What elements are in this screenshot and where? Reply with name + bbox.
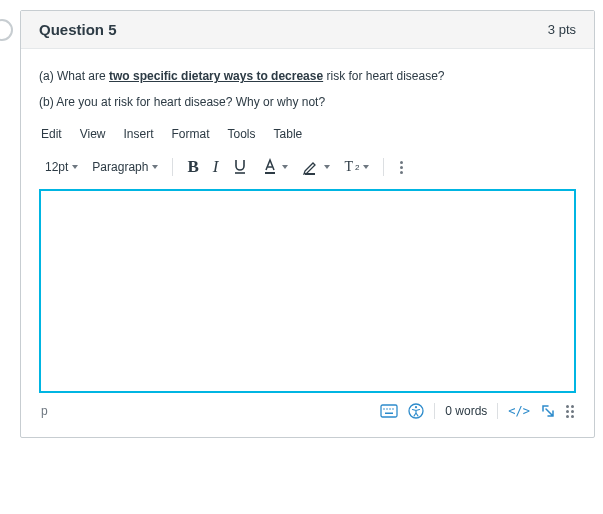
- footer-separator: [497, 403, 498, 419]
- keyboard-shortcuts-button[interactable]: [380, 404, 398, 418]
- accessibility-checker-button[interactable]: [408, 403, 424, 419]
- underline-button[interactable]: [228, 156, 252, 178]
- paragraph-select[interactable]: Paragraph: [88, 158, 162, 176]
- text-color-button[interactable]: [258, 156, 292, 178]
- svg-point-7: [389, 408, 391, 410]
- superscript-exp: 2: [355, 163, 359, 172]
- svg-point-8: [392, 408, 394, 410]
- editor-content-area[interactable]: [39, 189, 576, 393]
- chevron-down-icon: [72, 165, 78, 169]
- word-count[interactable]: 0 words: [445, 404, 487, 418]
- footer-separator: [434, 403, 435, 419]
- highlight-icon: [302, 158, 320, 176]
- prompt-a-suffix: risk for heart disease?: [323, 69, 444, 83]
- menu-view[interactable]: View: [80, 127, 106, 141]
- html-view-button[interactable]: </>: [508, 404, 530, 418]
- toolbar-separator: [383, 158, 384, 176]
- question-card: Question 5 3 pts (a) What are two specif…: [20, 10, 595, 438]
- svg-rect-4: [381, 405, 397, 417]
- bold-button[interactable]: B: [183, 155, 202, 179]
- question-body: (a) What are two specific dietary ways t…: [21, 49, 594, 437]
- fullscreen-button[interactable]: [540, 403, 556, 419]
- menu-format[interactable]: Format: [172, 127, 210, 141]
- prompt-a: (a) What are two specific dietary ways t…: [39, 69, 576, 83]
- highlight-color-button[interactable]: [298, 156, 334, 178]
- superscript-button[interactable]: T2: [340, 157, 373, 177]
- editor-toolbar: 12pt Paragraph B I: [39, 151, 576, 189]
- more-tools-button[interactable]: [394, 157, 409, 178]
- editor-footer: p: [39, 393, 576, 423]
- footer-right: 0 words </>: [380, 403, 574, 419]
- drag-handle-icon: [566, 405, 574, 418]
- chevron-down-icon: [363, 165, 369, 169]
- keyboard-icon: [380, 404, 398, 418]
- status-circle-icon: [0, 19, 13, 41]
- svg-rect-3: [305, 173, 315, 175]
- chevron-down-icon: [282, 165, 288, 169]
- prompt-a-prefix: (a) What are: [39, 69, 109, 83]
- paragraph-label: Paragraph: [92, 160, 148, 174]
- text-color-icon: [262, 158, 278, 176]
- svg-point-5: [383, 408, 385, 410]
- chevron-down-icon: [324, 165, 330, 169]
- svg-point-11: [415, 406, 417, 408]
- question-prompt: (a) What are two specific dietary ways t…: [39, 69, 576, 109]
- element-path[interactable]: p: [41, 404, 48, 418]
- menu-table[interactable]: Table: [274, 127, 303, 141]
- prompt-b: (b) Are you at risk for heart disease? W…: [39, 95, 576, 109]
- svg-rect-2: [265, 172, 275, 174]
- resize-handle[interactable]: [566, 405, 574, 418]
- svg-rect-9: [385, 413, 393, 415]
- menu-insert[interactable]: Insert: [123, 127, 153, 141]
- svg-point-6: [386, 408, 388, 410]
- menu-tools[interactable]: Tools: [228, 127, 256, 141]
- font-size-label: 12pt: [45, 160, 68, 174]
- font-size-select[interactable]: 12pt: [41, 158, 82, 176]
- rich-text-editor: Edit View Insert Format Tools Table 12pt…: [39, 127, 576, 423]
- underline-icon: [232, 158, 248, 176]
- superscript-t: T: [344, 159, 353, 175]
- question-points: 3 pts: [548, 22, 576, 37]
- editor-menubar: Edit View Insert Format Tools Table: [39, 127, 576, 151]
- question-title: Question 5: [39, 21, 117, 38]
- chevron-down-icon: [152, 165, 158, 169]
- prompt-a-underlined: two specific dietary ways to decrease: [109, 69, 323, 83]
- menu-edit[interactable]: Edit: [41, 127, 62, 141]
- toolbar-separator: [172, 158, 173, 176]
- question-header: Question 5 3 pts: [21, 11, 594, 49]
- italic-button[interactable]: I: [209, 155, 223, 179]
- more-vertical-icon: [398, 159, 405, 176]
- accessibility-icon: [408, 403, 424, 419]
- fullscreen-icon: [540, 403, 556, 419]
